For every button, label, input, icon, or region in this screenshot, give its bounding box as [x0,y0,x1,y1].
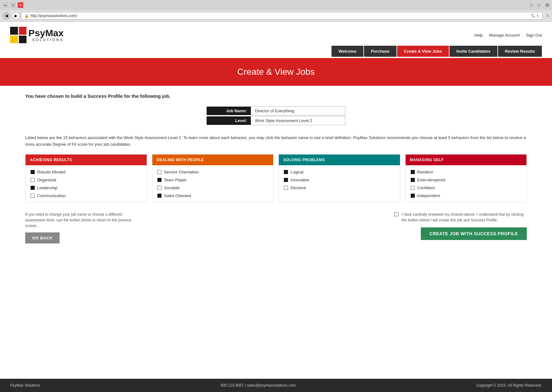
behavior-even-tempered[interactable]: Even-tempered [411,178,522,182]
checkbox-service-orientation[interactable] [157,170,161,174]
settings-icon[interactable]: ⚙ [545,2,549,8]
behavior-confident[interactable]: Confident [411,185,522,190]
browser-nav: ◀ ▶ 🔒 http://psymaxsolutions.com/ 🔍 ↻ ✕ [0,10,552,21]
window-controls[interactable]: — □ ✕ [3,2,23,8]
job-name-value: Director of Everything [251,106,345,115]
behavior-sociable[interactable]: Sociable [157,185,268,190]
confirm-row: I have carefully reviewed my choices abo… [394,212,527,223]
sign-out-link[interactable]: Sign Out [526,33,542,38]
category-achieving-results: ACHIEVING RESULTS Results Minded Organiz… [25,154,147,203]
behavior-decisive[interactable]: Decisive [284,185,395,190]
behavior-communication[interactable]: Communication [31,193,142,198]
create-job-button[interactable]: CREATE JOB with SUCCESS PROFILE [421,227,527,240]
behavior-leadership[interactable]: Leadership [31,185,142,190]
close-button[interactable]: ✕ [18,2,23,8]
behavior-leadership-label[interactable]: Leadership [37,185,57,190]
behavior-confident-label[interactable]: Confident [417,185,435,190]
behavior-communication-label[interactable]: Communication [37,193,66,198]
tab-welcome[interactable]: Welcome [332,46,363,57]
checkbox-logical[interactable] [284,170,288,174]
behavior-service-orientation[interactable]: Service Orientation [157,170,268,174]
page-subtitle: You have chosen to build a Success Profi… [25,93,527,99]
minimize-button[interactable]: — [3,2,8,8]
level-label: Level: [207,116,251,125]
tab-purchase[interactable]: Purchase [364,46,396,57]
checkbox-even-tempered[interactable] [411,178,415,182]
level-row: Level: Work Style Assessment Level 2 [207,116,345,125]
go-back-button[interactable]: GO BACK [25,232,60,243]
checkbox-decisive[interactable] [284,186,288,190]
behavior-resilient-label[interactable]: Resilient [417,170,433,174]
back-button[interactable]: ◀ [3,12,10,20]
header-links: Help Manage Account Sign Out [474,33,542,38]
behavior-decisive-label[interactable]: Decisive [291,185,306,190]
checkbox-independent[interactable] [411,194,415,198]
browser-titlebar: — □ ✕ ⌂ ☆ ⚙ [0,0,552,10]
lock-icon: 🔒 [24,14,29,18]
checkbox-sales-oriented[interactable] [157,194,161,198]
manage-account-link[interactable]: Manage Account [489,33,520,38]
logo-block-black-br [19,36,27,44]
star-icon[interactable]: ☆ [537,2,541,8]
behavior-organized[interactable]: Organized [31,178,142,182]
category-solving-problems-body: Logical Innovative Decisive [279,165,400,195]
behavior-innovative[interactable]: Innovative [284,178,395,182]
category-managing-self: MANAGING SELF Resilient Even-tempered Co… [405,154,527,203]
behavior-resilient[interactable]: Resilient [411,170,522,174]
category-achieving-results-body: Results Minded Organized Leadership Comm… [26,165,147,202]
maximize-button[interactable]: □ [10,2,16,8]
forward-button[interactable]: ▶ [12,12,20,20]
behavior-team-player[interactable]: Team Player [157,178,268,182]
behavior-independent-label[interactable]: Independent [417,193,440,198]
logo-block-black-tl [10,27,18,35]
checkbox-resilient[interactable] [411,170,415,174]
home-icon[interactable]: ⌂ [530,2,533,8]
close-tab-icon[interactable]: ✕ [546,13,549,18]
behavior-team-player-label[interactable]: Team Player [164,178,187,182]
help-link[interactable]: Help [474,33,483,38]
address-bar[interactable]: 🔒 http://psymaxsolutions.com/ 🔍 ↻ [21,12,543,20]
behavior-even-tempered-label[interactable]: Even-tempered [417,178,445,182]
logo-text: PsyMax SOLUTIONS [28,28,64,42]
level-value: Work Style Assessment Level 2 [251,116,345,125]
behavior-innovative-label[interactable]: Innovative [291,178,309,182]
logo-block-yellow-bl [10,36,18,44]
category-dealing-with-people: DEALING WITH PEOPLE Service Orientation … [152,154,274,203]
tab-create-view-jobs[interactable]: Create & View Jobs [397,46,449,57]
go-back-note: If you need to change your job name or c… [25,212,132,229]
refresh-icon[interactable]: ↻ [537,14,540,18]
category-dealing-with-people-body: Service Orientation Team Player Sociable… [152,165,273,202]
behavior-results-minded-label[interactable]: Results Minded [37,170,66,174]
tab-review-results[interactable]: Review Results [498,46,542,57]
confirm-text: I have carefully reviewed my choices abo… [402,212,527,223]
logo: PsyMax SOLUTIONS [10,27,64,43]
behavior-logical-label[interactable]: Logical [291,170,303,174]
footer-spacer [0,251,552,270]
checkbox-organized[interactable] [31,178,35,182]
confirm-checkbox[interactable] [394,212,398,216]
checkbox-confident[interactable] [411,186,415,190]
search-icon[interactable]: 🔍 [531,14,535,18]
checkbox-leadership[interactable] [31,186,35,190]
job-name-row: Job Name: Director of Everything [207,106,345,115]
create-section: I have carefully reviewed my choices abo… [276,212,527,240]
behavior-sales-oriented-label[interactable]: Sales Oriented [164,193,191,198]
checkbox-sociable[interactable] [157,186,161,190]
behavior-independent[interactable]: Independent [411,193,522,198]
site-header: PsyMax SOLUTIONS Help Manage Account Sig… [0,22,552,46]
hero-banner: Create & View Jobs [0,58,552,86]
behavior-sociable-label[interactable]: Sociable [164,185,180,190]
behavior-service-orientation-label[interactable]: Service Orientation [164,170,199,174]
checkbox-innovative[interactable] [284,178,288,182]
behavior-organized-label[interactable]: Organized [37,178,56,182]
url-text[interactable]: http://psymaxsolutions.com/ [30,14,529,18]
checkbox-results-minded[interactable] [31,170,35,174]
job-fields: Job Name: Director of Everything Level: … [25,106,527,126]
behavior-sales-oriented[interactable]: Sales Oriented [157,193,268,198]
behavior-results-minded[interactable]: Results Minded [31,170,142,174]
category-dealing-with-people-header: DEALING WITH PEOPLE [152,155,273,165]
checkbox-communication[interactable] [31,194,35,198]
tab-invite-candidates[interactable]: Invite Candidates [449,46,497,57]
behavior-logical[interactable]: Logical [284,170,395,174]
checkbox-team-player[interactable] [157,178,161,182]
